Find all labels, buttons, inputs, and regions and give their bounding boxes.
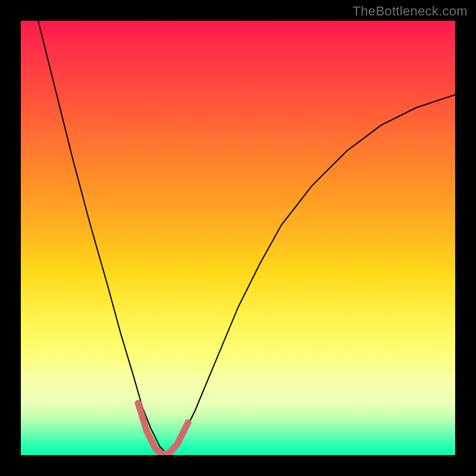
plot-area	[21, 21, 455, 455]
chart-svg	[21, 21, 455, 455]
highlight-path	[138, 403, 188, 453]
outer-frame: TheBottleneck.com	[0, 0, 476, 476]
watermark-text: TheBottleneck.com	[353, 4, 468, 19]
highlight-series	[138, 403, 188, 453]
curve-series	[38, 21, 455, 455]
curve-path	[38, 21, 455, 455]
